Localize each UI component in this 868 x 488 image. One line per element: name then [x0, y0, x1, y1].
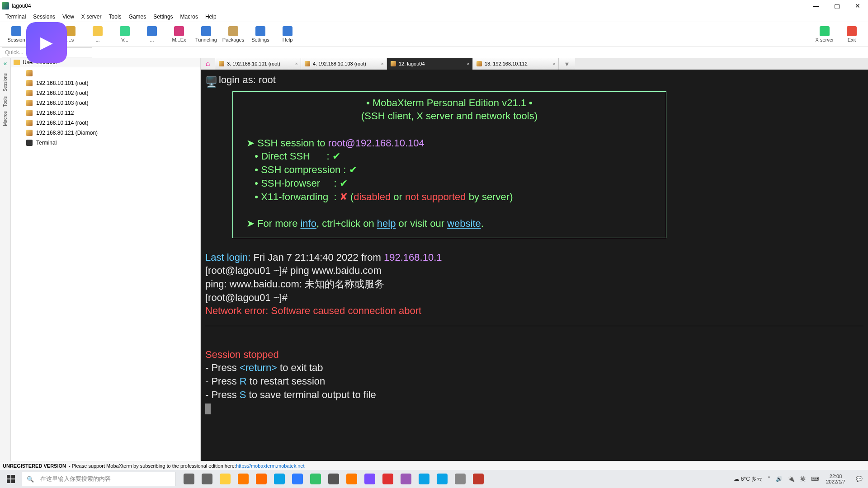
session-stopped: Session stopped	[205, 348, 863, 361]
minimize-button[interactable]: —	[806, 0, 826, 12]
website-link[interactable]: website	[447, 218, 481, 229]
window-titlebar: lagou04 — ▢ ✕	[0, 0, 868, 12]
menu-sessions[interactable]: Sessions	[29, 13, 59, 21]
taskbar-app[interactable]	[234, 470, 252, 488]
menu-settings[interactable]: Settings	[150, 13, 176, 21]
taskbar-app-icon	[328, 474, 339, 484]
help-link[interactable]: help	[377, 218, 396, 229]
toolbar--[interactable]: ...	[84, 26, 111, 42]
menu-terminal[interactable]: Terminal	[2, 13, 29, 21]
toolbar-v-[interactable]: V...	[111, 26, 138, 42]
taskbar-app[interactable]	[288, 470, 307, 488]
session-item[interactable]: 192.168.80.121 (Diamon)	[11, 128, 200, 138]
terminal-line: ping: www.baidu.com: 未知的名称或服务	[205, 277, 863, 291]
tab[interactable]: 3. 192.168.10.101 (root)×	[215, 58, 301, 70]
banner-feature: • SSH compression : ✔	[246, 163, 652, 177]
toolbar-exit[interactable]: Exit	[838, 26, 865, 42]
tray-ime[interactable]: 英	[797, 475, 808, 483]
session-item[interactable]: 192.168.10.112	[11, 108, 200, 118]
menu-macros[interactable]: Macros	[177, 13, 202, 21]
tab-close-icon[interactable]: ×	[381, 61, 384, 66]
weather-widget[interactable]: ☁ 6°C 多云	[731, 475, 765, 483]
taskbar-app-icon	[437, 474, 448, 484]
session-item[interactable]: Terminal	[11, 138, 200, 148]
taskbar-app[interactable]	[469, 470, 487, 488]
toolbar-packages[interactable]: Packages	[220, 26, 247, 42]
session-item[interactable]: 192.168.10.114 (root)	[11, 118, 200, 128]
collapse-chevron-icon[interactable]: «	[4, 60, 7, 67]
taskbar-app[interactable]	[361, 470, 379, 488]
taskbar-app[interactable]	[307, 470, 325, 488]
toolbar-help[interactable]: Help	[274, 26, 301, 42]
taskbar-app[interactable]	[216, 470, 234, 488]
tab-close-icon[interactable]: ×	[553, 61, 556, 66]
menu-view[interactable]: View	[59, 13, 78, 21]
tab[interactable]: 13. 192.168.10.112×	[473, 58, 559, 70]
session-label: 192.168.10.103 (root)	[36, 100, 88, 106]
tab[interactable]: 12. lagou04×	[387, 58, 473, 70]
toolbar-tunneling[interactable]: Tunneling	[193, 26, 220, 42]
rail-macros[interactable]: Macros	[3, 111, 8, 126]
menu-tools[interactable]: Tools	[105, 13, 125, 21]
terminal-divider	[205, 326, 863, 326]
tab-new[interactable]: ▾	[559, 58, 575, 70]
tab[interactable]: 4. 192.168.10.103 (root)×	[301, 58, 387, 70]
taskbar-app[interactable]	[198, 470, 216, 488]
toolbar-icon	[93, 26, 103, 36]
session-item[interactable]	[11, 68, 200, 78]
terminal-error: Network error: Software caused connectio…	[205, 304, 863, 318]
tray-clock[interactable]: 22:08 2022/1/7	[821, 474, 850, 484]
tray-chevron-icon[interactable]: ˄	[765, 476, 773, 482]
notification-button[interactable]: 💬	[850, 470, 868, 488]
taskbar-app[interactable]	[451, 470, 469, 488]
taskbar-app[interactable]	[343, 470, 361, 488]
terminal[interactable]: 🖥️login as: root • MobaXterm Personal Ed…	[201, 70, 868, 461]
taskbar-app[interactable]	[252, 470, 270, 488]
taskbar-app[interactable]	[379, 470, 397, 488]
toolbar-m-ex[interactable]: M...Ex	[165, 26, 193, 42]
taskbar-app-icon	[382, 474, 393, 484]
tray-keyboard-icon[interactable]: ⌨	[808, 476, 821, 482]
toolbar-x-server[interactable]: X server	[811, 26, 838, 42]
taskbar-app[interactable]	[433, 470, 451, 488]
taskbar-app-icon	[184, 474, 194, 484]
start-button[interactable]	[0, 470, 22, 488]
menu-x-server[interactable]: X server	[78, 13, 105, 21]
session-item[interactable]: 192.168.10.102 (root)	[11, 88, 200, 98]
rail-tools[interactable]: Tools	[3, 96, 8, 107]
taskbar-app[interactable]	[270, 470, 288, 488]
terminal-icon	[26, 140, 33, 146]
session-item[interactable]: 192.168.10.101 (root)	[11, 78, 200, 88]
taskbar-search[interactable]: 🔍在这里输入你要搜索的内容	[22, 472, 175, 486]
taskbar-app[interactable]	[415, 470, 433, 488]
menu-games[interactable]: Games	[125, 13, 150, 21]
toolbar--[interactable]: ...	[138, 26, 165, 42]
session-item[interactable]: 192.168.10.103 (root)	[11, 98, 200, 108]
toolbar-icon	[820, 26, 830, 36]
ssh-session-icon	[26, 70, 33, 76]
tray-volume-icon[interactable]: 🔊	[773, 476, 785, 482]
unregistered-label: UNREGISTERED VERSION	[3, 463, 66, 469]
taskbar-app-icon	[274, 474, 285, 484]
rail-sessions[interactable]: Sessions	[3, 73, 8, 92]
taskbar-app[interactable]	[397, 470, 415, 488]
toolbar-session[interactable]: Session	[3, 26, 30, 42]
taskbar-app-icon	[401, 474, 411, 484]
taskbar-app[interactable]	[180, 470, 198, 488]
tab-home[interactable]: ⌂	[201, 58, 215, 70]
tab-close-icon[interactable]: ×	[295, 61, 298, 66]
search-placeholder: 在这里输入你要搜索的内容	[40, 475, 111, 483]
tab-close-icon[interactable]: ×	[467, 61, 470, 66]
menu-help[interactable]: Help	[202, 13, 220, 21]
banner-feature: • SSH-browser : ✔	[246, 177, 652, 190]
session-label: 192.168.10.112	[36, 110, 74, 116]
close-button[interactable]: ✕	[847, 0, 868, 12]
info-link[interactable]: info	[300, 218, 316, 229]
toolbar-settings[interactable]: Settings	[247, 26, 274, 42]
taskbar-app-icon	[419, 474, 429, 484]
status-link[interactable]: https://mobaxterm.mobatek.net	[236, 463, 305, 469]
taskbar-app[interactable]	[325, 470, 343, 488]
tray-battery-icon[interactable]: 🔌	[785, 476, 797, 482]
toolbar-icon	[120, 26, 130, 36]
maximize-button[interactable]: ▢	[826, 0, 847, 12]
